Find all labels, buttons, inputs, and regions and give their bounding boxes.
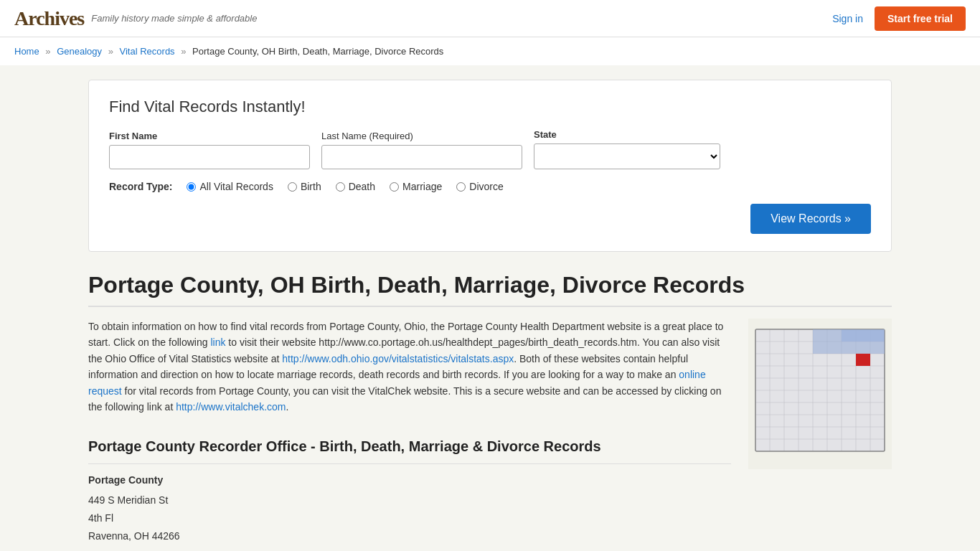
- search-fields: First Name Last Name (Required) State Al…: [109, 129, 871, 169]
- last-name-label: Last Name (Required): [321, 131, 522, 141]
- search-box: Find Vital Records Instantly! First Name…: [88, 80, 892, 252]
- last-name-group: Last Name (Required): [321, 131, 522, 169]
- first-name-input[interactable]: [109, 145, 310, 169]
- search-button-row: View Records »: [109, 204, 871, 234]
- health-dept-link[interactable]: link: [210, 336, 225, 348]
- ohio-map: [748, 319, 892, 469]
- site-header: Archives Family history made simple & af…: [0, 0, 980, 37]
- record-type-death[interactable]: Death: [336, 181, 375, 192]
- breadcrumb-vital-records[interactable]: Vital Records: [120, 46, 175, 57]
- address-line3: Ravenna, OH 44266: [88, 530, 180, 542]
- section2-title: Portage County Recorder Office - Birth, …: [88, 435, 731, 464]
- state-group: State All United States Alabama Alaska A…: [534, 129, 720, 169]
- first-name-label: First Name: [109, 131, 310, 141]
- header-right: Sign in Start free trial: [832, 6, 966, 31]
- page-title: Portage County, OH Birth, Death, Marriag…: [88, 272, 892, 307]
- vital-stats-link[interactable]: http://www.odh.ohio.gov/vitalstatistics/…: [282, 353, 514, 364]
- breadcrumb-home[interactable]: Home: [14, 46, 39, 57]
- address-block: Portage County 449 S Meridian St 4th Fl …: [88, 471, 731, 545]
- breadcrumb-sep3: »: [181, 46, 186, 57]
- breadcrumb: Home » Genealogy » Vital Records » Porta…: [0, 37, 980, 65]
- record-type-label: Record Type:: [109, 181, 172, 192]
- main-content: Find Vital Records Instantly! First Name…: [74, 65, 906, 551]
- online-request-link[interactable]: online request: [88, 369, 706, 396]
- svg-rect-26: [813, 329, 885, 354]
- start-trial-button[interactable]: Start free trial: [875, 6, 966, 31]
- record-type-row: Record Type: All Vital Records Birth Dea…: [109, 181, 871, 192]
- state-label: State: [534, 129, 720, 140]
- site-tagline: Family history made simple & affordable: [91, 13, 257, 24]
- record-type-all[interactable]: All Vital Records: [187, 181, 273, 192]
- body-paragraph: To obtain information on how to find vit…: [88, 319, 731, 415]
- record-type-birth[interactable]: Birth: [288, 181, 321, 192]
- content-body: To obtain information on how to find vit…: [88, 319, 892, 545]
- map-container: [748, 319, 892, 545]
- svg-rect-24: [856, 354, 870, 366]
- first-name-group: First Name: [109, 131, 310, 169]
- view-records-button[interactable]: View Records »: [750, 204, 871, 234]
- site-logo: Archives: [14, 7, 84, 30]
- breadcrumb-sep1: »: [45, 46, 50, 57]
- header-left: Archives Family history made simple & af…: [14, 7, 257, 30]
- address-line1: 449 S Meridian St: [88, 494, 168, 506]
- office-name: Portage County: [88, 471, 731, 489]
- content-text: To obtain information on how to find vit…: [88, 319, 731, 545]
- search-title: Find Vital Records Instantly!: [109, 98, 871, 116]
- sign-in-link[interactable]: Sign in: [832, 13, 863, 24]
- vitalchek-link[interactable]: http://www.vitalchek.com: [176, 401, 286, 413]
- breadcrumb-genealogy[interactable]: Genealogy: [57, 46, 102, 57]
- record-type-divorce[interactable]: Divorce: [456, 181, 503, 192]
- breadcrumb-current: Portage County, OH Birth, Death, Marriag…: [192, 46, 443, 57]
- state-select[interactable]: All United States Alabama Alaska Arizona…: [534, 143, 720, 169]
- last-name-input[interactable]: [321, 145, 522, 169]
- breadcrumb-sep2: »: [108, 46, 113, 57]
- address-line2: 4th Fl: [88, 512, 113, 524]
- record-type-marriage[interactable]: Marriage: [390, 181, 442, 192]
